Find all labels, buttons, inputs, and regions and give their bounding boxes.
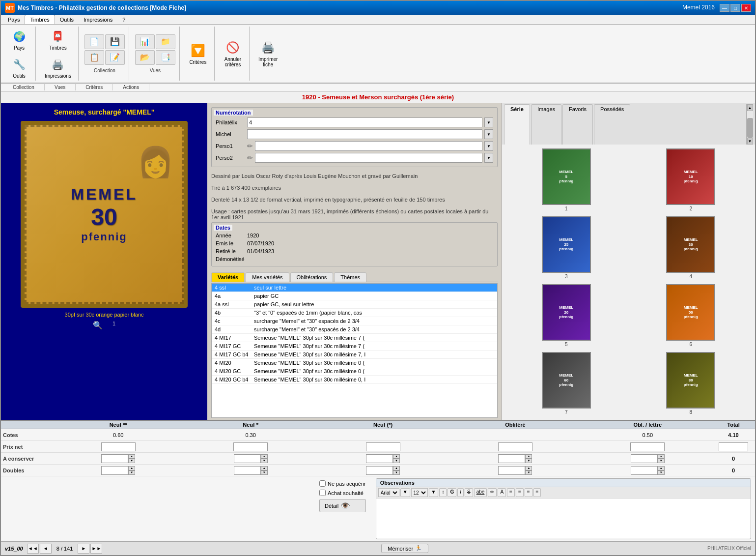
doubles-neuf0-up[interactable]: ▲ (393, 466, 400, 470)
tab-themes[interactable]: Thèmes (334, 272, 366, 282)
obs-updown[interactable]: ↕ (439, 488, 447, 497)
perso1-edit-icon[interactable]: ✏ (247, 142, 253, 150)
close-button[interactable]: ✕ (741, 4, 751, 12)
variety-row[interactable]: 4csurcharge "Memel" et "30" espacés de 2… (212, 317, 497, 325)
perso1-dropdown[interactable]: ▼ (484, 141, 493, 151)
obs-align-center[interactable]: ≡ (516, 488, 524, 497)
pays-button[interactable]: 🌍 Pays (7, 27, 31, 53)
nav-first-button[interactable]: ◄◄ (27, 544, 39, 554)
stamp-thumbnail[interactable]: MEMEL60pfennig 7 (506, 352, 627, 416)
achat-souhaite-label[interactable]: Achat souhaité (319, 490, 366, 496)
stamp-thumbnail[interactable]: MEMEL25pfennig 3 (506, 216, 627, 280)
conserver-obl-lettre-up[interactable]: ▲ (658, 454, 665, 459)
impressions-button[interactable]: 🖨️ Impressions (42, 55, 74, 81)
prix-neuf0-input[interactable] (366, 442, 400, 451)
vues-btn-1[interactable]: 📊 (135, 34, 155, 49)
obs-size-select[interactable]: 12 (411, 488, 428, 497)
obs-italic[interactable]: I (457, 488, 464, 497)
conserver-oblitere-input[interactable] (498, 454, 525, 463)
doubles-oblitere-input[interactable] (498, 466, 525, 475)
ne-pas-acquerir-label[interactable]: Ne pas acquérir (319, 480, 366, 487)
variety-row[interactable]: 4apapier GC (212, 292, 497, 300)
perso2-input[interactable] (255, 153, 482, 163)
prix-oblitere-input[interactable] (498, 442, 532, 451)
timbres-button[interactable]: 📮 Timbres (46, 27, 70, 53)
collection-btn-3[interactable]: 📋 (84, 50, 104, 65)
conserver-neuf1-up[interactable]: ▲ (261, 454, 268, 459)
doubles-neuf2-up[interactable]: ▲ (128, 466, 135, 470)
scroll-up-arrow[interactable]: ▲ (747, 104, 753, 111)
tab-obliterations[interactable]: Oblitérations (290, 272, 334, 282)
philatelix-input[interactable] (247, 117, 482, 127)
tab-varietes[interactable]: Variétés (211, 272, 245, 282)
obs-dropdown2[interactable]: ▼ (429, 488, 439, 497)
michel-dropdown[interactable]: ▼ (484, 129, 493, 139)
menu-outils[interactable]: Outils (55, 15, 79, 24)
tab-mes-varietes[interactable]: Mes variétés (246, 272, 289, 282)
obs-font-color[interactable]: A (498, 488, 506, 497)
stamp-thumbnail[interactable]: MEMEL80pfennig 8 (631, 352, 752, 416)
conserver-neuf2-up[interactable]: ▲ (128, 454, 135, 459)
variety-row[interactable]: 4dsurcharge "Memel" et "30" espacés de 2… (212, 325, 497, 334)
nav-prev-button[interactable]: ◄ (40, 544, 52, 554)
doubles-neuf0-input[interactable] (366, 466, 393, 475)
annuler-criteres-button[interactable]: 🚫 Annulercritères (221, 38, 245, 69)
collection-btn-4[interactable]: 📝 (105, 50, 125, 65)
criteres-button[interactable]: 🔽 Critères (186, 41, 210, 67)
variety-row[interactable]: 4 MI20 GC b4Semeuse "MEMEL" 30pf sur 30c… (212, 376, 497, 384)
maximize-button[interactable]: □ (730, 4, 740, 12)
doubles-neuf2-input[interactable] (101, 466, 128, 475)
conserver-neuf2-input[interactable] (101, 454, 128, 463)
obs-strikethrough[interactable]: S (465, 488, 473, 497)
perso1-input[interactable] (255, 141, 482, 151)
doubles-oblitere-up[interactable]: ▲ (525, 466, 532, 470)
conserver-neuf2-down[interactable]: ▼ (128, 459, 135, 463)
prix-obl-lettre-input[interactable] (630, 442, 665, 451)
obs-align-justify[interactable]: ≡ (533, 488, 541, 497)
obs-bold[interactable]: G (448, 488, 456, 497)
conserver-obl-lettre-input[interactable] (631, 454, 658, 463)
michel-input[interactable] (247, 129, 482, 139)
conserver-neuf0-down[interactable]: ▼ (393, 459, 400, 463)
nav-last-button[interactable]: ►► (90, 544, 102, 554)
tab-images[interactable]: Images (531, 104, 561, 145)
variety-row[interactable]: 4 MI20Semeuse "MEMEL" 30pf sur 30c millé… (212, 359, 497, 367)
achat-souhaite-checkbox[interactable] (319, 490, 326, 496)
obs-font-select[interactable]: Arial (378, 488, 399, 497)
scroll-down-arrow[interactable]: ▼ (747, 138, 753, 145)
conserver-oblitere-down[interactable]: ▼ (525, 459, 532, 463)
stamp-thumbnail[interactable]: MEMEL20pfennig 5 (506, 284, 627, 348)
conserver-obl-lettre-down[interactable]: ▼ (658, 459, 665, 463)
conserver-neuf0-up[interactable]: ▲ (393, 454, 400, 459)
variety-row[interactable]: 4 MI17Semeuse "MEMEL" 30pf sur 30c millé… (212, 334, 497, 342)
perso2-edit-icon[interactable]: ✏ (247, 154, 253, 162)
obs-underline[interactable]: abe (474, 488, 487, 497)
prix-neuf1-input[interactable] (233, 442, 268, 451)
imprimer-fiche-button[interactable]: 🖨️ Imprimerfiche (255, 38, 280, 69)
tab-favoris[interactable]: Favoris (562, 104, 593, 145)
stamp-thumbnail[interactable]: MEMEL5pfennig 1 (506, 148, 627, 212)
conserver-neuf0-input[interactable] (366, 454, 393, 463)
variety-row[interactable]: 4 MI17 GC b4Semeuse "MEMEL" 30pf sur 30c… (212, 351, 497, 359)
outils-button[interactable]: 🔧 Outils (7, 55, 31, 81)
minimize-button[interactable]: — (720, 4, 729, 12)
doubles-obl-lettre-down[interactable]: ▼ (658, 470, 665, 475)
variety-row[interactable]: 4a sslpapier GC, seul sur lettre (212, 300, 497, 309)
scroll-thumb[interactable] (747, 118, 753, 138)
variety-row[interactable]: 4 sslseul sur lettre (212, 284, 497, 292)
conserver-oblitere-up[interactable]: ▲ (525, 454, 532, 459)
collection-btn-1[interactable]: 📄 (84, 34, 104, 49)
doubles-neuf1-input[interactable] (234, 466, 261, 475)
variety-row[interactable]: 4 MI20 GCSemeuse "MEMEL" 30pf sur 30c mi… (212, 367, 497, 376)
doubles-neuf1-up[interactable]: ▲ (261, 466, 268, 470)
right-scrollbar[interactable]: ▲ ▼ (746, 104, 753, 145)
doubles-obl-lettre-input[interactable] (631, 466, 658, 475)
zoom-icon[interactable]: 🔍 (93, 321, 103, 330)
tab-possedes[interactable]: Possédés (594, 104, 630, 145)
obs-color[interactable]: ✏ (488, 488, 497, 497)
vues-btn-3[interactable]: 📂 (135, 50, 155, 65)
menu-help[interactable]: ? (117, 15, 130, 24)
tab-serie[interactable]: Série (504, 104, 530, 145)
stamp-thumbnail[interactable]: MEMEL10pfennig 2 (631, 148, 752, 212)
doubles-neuf0-down[interactable]: ▼ (393, 470, 400, 475)
